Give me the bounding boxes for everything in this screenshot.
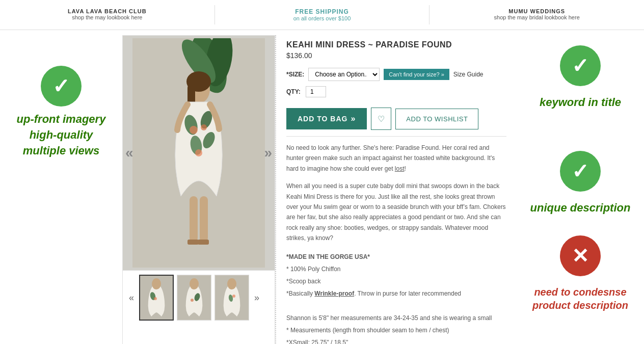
svg-point-19 xyxy=(152,278,161,289)
thumbnail-3[interactable] xyxy=(214,275,249,321)
feature-measurements: * Measurements (length from shoulder sea… xyxy=(286,324,506,336)
qty-label: QTY: xyxy=(286,88,301,95)
x-circle-right: ✕ xyxy=(560,235,601,276)
heart-icon: ♡ xyxy=(378,114,385,124)
divider-1 xyxy=(286,136,506,137)
product-description-1: No need to look any further. She's here:… xyxy=(286,143,506,174)
checkmark-icon-top: ✓ xyxy=(572,54,589,77)
svg-point-13 xyxy=(195,149,202,156)
svg-rect-14 xyxy=(190,196,198,242)
x-icon: ✕ xyxy=(572,244,589,268)
add-to-wishlist-button[interactable]: ADD TO WISHLIST xyxy=(395,109,478,129)
product-title: KEAHI MINI DRESS ~ PARADISE FOUND xyxy=(286,40,506,49)
checkmark-icon: ✓ xyxy=(52,74,70,98)
check-circle-right-mid: ✓ xyxy=(560,151,601,192)
svg-rect-15 xyxy=(200,196,208,242)
svg-rect-17 xyxy=(198,240,209,245)
top-banner: LAVA LAVA BEACH CLUB shop the may lookbo… xyxy=(0,0,644,30)
feature-xsmall: *XSmall: 25.75" / 18.5" xyxy=(286,336,506,344)
product-description-2: When all you need is a super cute baby d… xyxy=(286,181,506,243)
annotation-keyword: ✓ keyword in title xyxy=(540,45,621,110)
features-list: *MADE IN THE GORGE USA* * 100% Poly Chif… xyxy=(286,251,506,344)
product-images: « » « xyxy=(122,35,275,344)
main-product-image: « » xyxy=(123,36,275,270)
qty-row: QTY: xyxy=(286,86,506,97)
feature-back: *Scoop back xyxy=(286,275,506,287)
annotation-condense: ✕ need to condesnse product description xyxy=(532,235,628,312)
banner-shipping: FREE SHIPPING on all orders over $100 xyxy=(215,5,430,24)
svg-point-25 xyxy=(191,299,194,302)
actions-row: ADD TO BAG » ♡ ADD TO WISHLIST xyxy=(286,108,506,130)
wishlist-heart-button[interactable]: ♡ xyxy=(371,108,391,130)
check-circle-left: ✓ xyxy=(41,66,82,107)
thumbnail-1[interactable] xyxy=(139,275,174,321)
bag-arrows-icon: » xyxy=(351,114,356,123)
thumbnail-bar: « xyxy=(123,270,275,325)
svg-point-21 xyxy=(154,297,157,300)
lost-text: lost xyxy=(395,165,405,172)
size-label: *SIZE: xyxy=(286,71,304,78)
image-nav-left[interactable]: « xyxy=(125,145,133,161)
banner-shipping-sub: on all orders over $100 xyxy=(220,15,424,21)
size-select[interactable]: Choose an Option... XSmall Small Medium … xyxy=(308,68,380,81)
svg-point-29 xyxy=(232,295,235,298)
banner-shipping-title: FREE SHIPPING xyxy=(220,8,424,15)
size-row: *SIZE: Choose an Option... XSmall Small … xyxy=(286,68,506,81)
left-annotation-area: ✓ up-front imagery high-quality multiple… xyxy=(0,35,122,344)
banner-wedding[interactable]: MUMU WEDDINGS shop the may bridal lookbo… xyxy=(430,5,644,24)
feature-shannon: Shannon is 5'8" her measurements are 34-… xyxy=(286,312,506,324)
banner-wedding-title: MUMU WEDDINGS xyxy=(435,8,639,14)
dress-svg xyxy=(132,38,265,268)
thumbnail-2[interactable] xyxy=(177,275,211,321)
size-guide-link[interactable]: Size Guide xyxy=(453,71,484,78)
banner-lava-link: shop the may lookbook here xyxy=(5,14,209,20)
checkmark-icon-mid: ✓ xyxy=(572,160,589,183)
svg-point-11 xyxy=(190,126,198,134)
image-nav-right[interactable]: » xyxy=(264,145,272,161)
product-price: $136.00 xyxy=(286,51,506,60)
svg-rect-16 xyxy=(187,240,199,245)
add-to-bag-button[interactable]: ADD TO BAG » xyxy=(286,108,367,129)
product-details: KEAHI MINI DRESS ~ PARADISE FOUND $136.0… xyxy=(275,35,517,344)
left-annotation-text: up-front imagery high-quality multiple v… xyxy=(17,112,106,158)
right-annotation-area: ✓ keyword in title ✓ unique description … xyxy=(517,35,644,344)
thumb-nav-right[interactable]: » xyxy=(252,293,261,303)
svg-point-23 xyxy=(190,278,199,289)
annotation-unique-desc: ✓ unique description xyxy=(530,151,631,216)
svg-point-27 xyxy=(227,278,236,289)
keyword-annotation-text: keyword in title xyxy=(540,95,621,110)
feature-made: *MADE IN THE GORGE USA* xyxy=(286,251,506,263)
size-find-button[interactable]: Can't find your size? » xyxy=(384,69,449,80)
banner-lava-title: LAVA LAVA BEACH CLUB xyxy=(5,8,209,14)
thumb-nav-left[interactable]: « xyxy=(127,293,136,303)
unique-desc-annotation-text: unique description xyxy=(530,201,631,216)
feature-wrinkle: *Basically Wrinkle-proof. Throw in purse… xyxy=(286,287,506,300)
svg-point-12 xyxy=(201,124,207,130)
feature-material: * 100% Poly Chiffon xyxy=(286,263,506,275)
banner-wedding-link: shop the may bridal lookbook here xyxy=(435,14,639,20)
banner-lava[interactable]: LAVA LAVA BEACH CLUB shop the may lookbo… xyxy=(0,5,215,24)
check-circle-right-top: ✓ xyxy=(560,45,601,86)
qty-input[interactable] xyxy=(306,86,326,97)
condense-annotation-text: need to condesnse product description xyxy=(532,285,628,312)
add-to-bag-label: ADD TO BAG xyxy=(298,115,347,123)
main-container: ✓ up-front imagery high-quality multiple… xyxy=(0,30,644,344)
